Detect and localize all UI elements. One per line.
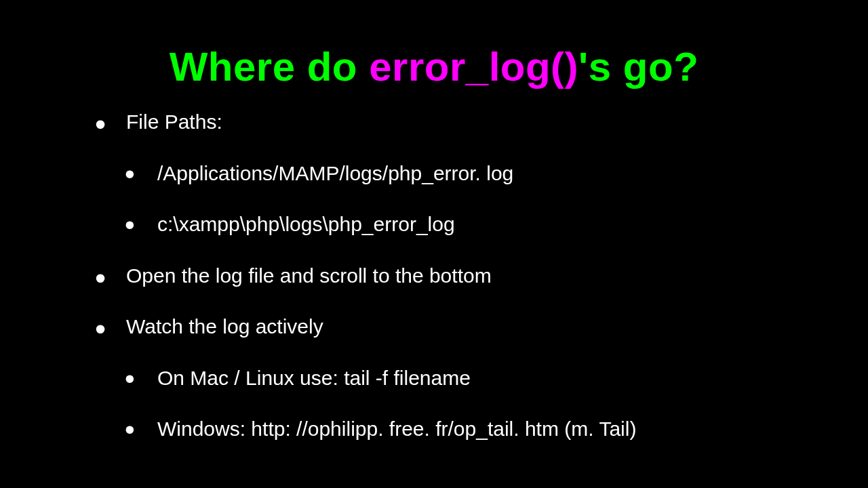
list-item: • /Applications/MAMP/logs/php_error. log [125, 161, 868, 186]
bullet-icon: • [95, 116, 107, 133]
list-text: Open the log file and scroll to the bott… [126, 263, 492, 289]
bullet-icon: • [125, 166, 137, 182]
list-text: /Applications/MAMP/logs/php_error. log [157, 161, 513, 186]
slide: Where do error_log()'s go? • File Paths:… [0, 0, 868, 488]
list-text: File Paths: [126, 109, 222, 135]
list-item: • c:\xampp\php\logs\php_error_log [125, 211, 868, 237]
list-item: • Open the log file and scroll to the bo… [95, 263, 868, 289]
bullet-icon: • [95, 270, 107, 287]
bullet-icon: • [95, 321, 107, 338]
list-item: • Watch the log actively [95, 314, 868, 340]
list-item: • On Mac / Linux use: tail -f filename [125, 365, 868, 391]
bullet-icon: • [125, 217, 137, 232]
list-text: Watch the log actively [126, 314, 323, 340]
list-item: • Windows: http: //ophilipp. free. fr/op… [125, 416, 868, 442]
list-text: c:\xampp\php\logs\php_error_log [157, 211, 455, 237]
bullet-icon: • [125, 422, 137, 437]
list-text: On Mac / Linux use: tail -f filename [157, 365, 471, 391]
list-text: Windows: http: //ophilipp. free. fr/op_t… [157, 416, 636, 442]
title-part-1: Where do [170, 44, 370, 89]
bullet-list: • File Paths: • /Applications/MAMP/logs/… [95, 109, 868, 442]
title-part-2: error_log() [369, 44, 578, 89]
bullet-icon: • [125, 371, 137, 386]
list-item: • File Paths: [95, 109, 868, 135]
title-part-3: 's go? [578, 44, 698, 89]
slide-title: Where do error_log()'s go? [95, 43, 868, 90]
